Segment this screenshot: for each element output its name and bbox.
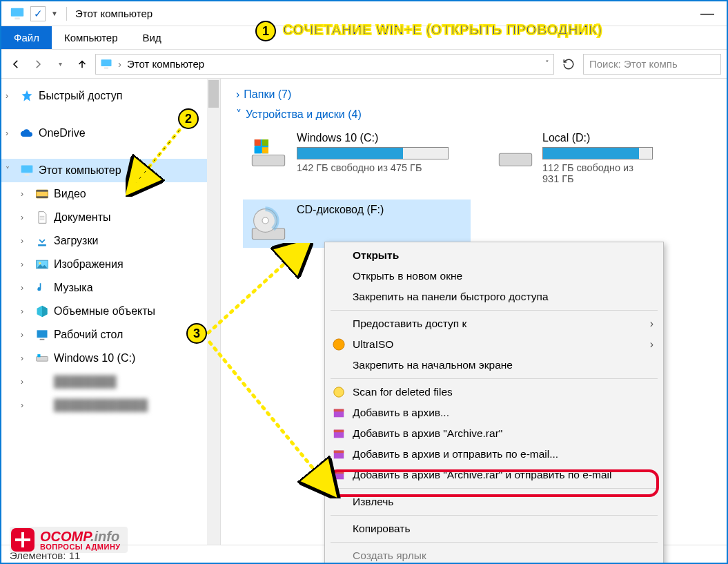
svg-rect-3 [104, 67, 108, 68]
ctx-copy[interactable]: Копировать [325, 518, 663, 539]
chevron-right-icon[interactable]: › [21, 189, 30, 199]
ctx-add-rar-email[interactable]: Добавить в архив "Archive.rar" и отправи… [325, 465, 663, 485]
explorer-window: ✓ ▼ Этот компьютер — Файл Компьютер Вид … [0, 0, 728, 564]
music-icon [35, 280, 50, 295]
navigation-bar: ▾ › Этот компьютер ˅ Поиск: Этот компь [1, 50, 727, 79]
sidebar-3d-objects[interactable]: › Объемные объекты [1, 300, 220, 323]
sidebar-label: Загрузки [54, 235, 98, 247]
ctx-add-archive-rar[interactable]: Добавить в архив "Archive.rar" [325, 423, 663, 444]
capacity-bar [297, 147, 449, 159]
drive-icon [35, 351, 50, 366]
qat-properties-icon[interactable]: ✓ [30, 6, 46, 21]
chevron-right-icon[interactable]: › [21, 330, 30, 340]
svg-rect-9 [38, 244, 46, 246]
sidebar-documents[interactable]: › Документы [1, 206, 220, 229]
ctx-create-shortcut[interactable]: Создать ярлык [325, 545, 663, 564]
ctx-pin-quick[interactable]: Закрепить на панели быстрого доступа [325, 286, 663, 307]
chevron-right-icon[interactable]: › [21, 307, 30, 316]
svg-rect-18 [255, 139, 261, 146]
sidebar-label: Музыка [54, 282, 93, 294]
annotation-badge-1: 1 [255, 21, 276, 41]
drive-d[interactable]: Local (D:) 112 ГБ свободно из 931 ГБ [491, 128, 650, 188]
qat-dropdown-icon[interactable]: ▼ [51, 10, 58, 17]
chevron-right-icon[interactable]: › [6, 91, 15, 101]
ctx-add-archive[interactable]: Добавить в архив... [325, 402, 663, 423]
sidebar-hidden-1[interactable]: ›████████ [1, 370, 220, 393]
recent-dropdown[interactable]: ▾ [51, 55, 69, 73]
svg-rect-15 [37, 354, 40, 357]
breadcrumb-bar[interactable]: › Этот компьютер ˅ [95, 54, 554, 75]
drive-name: Windows 10 (C:) [297, 132, 449, 144]
ctx-add-email[interactable]: Добавить в архив и отправить по e-mail..… [325, 444, 663, 465]
chevron-right-icon[interactable]: › [21, 260, 30, 269]
ctx-share[interactable]: Предоставить доступ к› [325, 313, 663, 334]
refresh-button[interactable] [558, 54, 579, 75]
annotation-badge-3: 3 [186, 323, 207, 344]
cd-drive-icon [248, 204, 288, 244]
breadcrumb-dropdown-icon[interactable]: ˅ [545, 59, 549, 68]
drive-name: CD-дисковод (F:) [297, 204, 384, 216]
back-button[interactable] [7, 55, 25, 73]
chevron-right-icon[interactable]: › [21, 236, 30, 246]
search-input[interactable]: Поиск: Этот компь [583, 54, 721, 75]
sidebar-music[interactable]: › Музыка [1, 276, 220, 300]
tab-file[interactable]: Файл [1, 26, 52, 49]
sidebar-label: Быстрый доступ [39, 90, 123, 102]
divider [66, 7, 67, 21]
sidebar-label: Этот компьютер [39, 164, 121, 177]
chevron-right-icon[interactable]: › [6, 128, 15, 138]
drive-name: Local (D:) [542, 132, 653, 144]
annotation-arrow-3a [203, 243, 313, 347]
sidebar-drive-c[interactable]: › Windows 10 (C:) [1, 347, 220, 370]
group-folders[interactable]: › Папки (7) [236, 88, 718, 101]
group-devices[interactable]: ˅ Устройства и диски (4) [236, 108, 718, 121]
chevron-right-icon: › [650, 338, 653, 351]
chevron-right-icon[interactable]: › [21, 353, 30, 363]
context-menu: Открыть Открыть в новом окне Закрепить н… [324, 242, 664, 564]
tab-computer[interactable]: Компьютер [52, 26, 130, 49]
watermark-logo: OCOMP.info ВОПРОСЫ АДМИНУ [10, 527, 128, 553]
ctx-scan-deleted[interactable]: Scan for deleted files [325, 382, 663, 402]
window-title: Этот компьютер [75, 8, 153, 19]
annotation-text-1: СОЧЕТАНИЕ WIN+E (ОТКРЫТЬ ПРОВОДНИК) [283, 22, 602, 38]
drive-c[interactable]: Windows 10 (C:) 142 ГБ свободно из 475 Г… [243, 128, 471, 188]
sidebar-label: Документы [54, 211, 110, 224]
up-button[interactable] [73, 55, 91, 73]
tab-view[interactable]: Вид [130, 26, 174, 49]
document-icon [35, 210, 50, 225]
chevron-right-icon[interactable]: › [21, 283, 30, 293]
ctx-eject[interactable]: Извлечь [325, 492, 663, 512]
minimize-button[interactable]: — [692, 6, 722, 21]
sidebar-downloads[interactable]: › Загрузки [1, 229, 220, 253]
picture-icon [35, 257, 50, 272]
annotation-arrow-2 [126, 117, 201, 197]
sidebar-label: Объемные объекты [54, 305, 155, 318]
ctx-open[interactable]: Открыть [325, 245, 663, 266]
drive-f[interactable]: CD-дисковод (F:) [243, 200, 471, 248]
drive-icon [248, 132, 288, 172]
chevron-right-icon: › [118, 58, 121, 70]
svg-rect-0 [11, 8, 23, 16]
breadcrumb-root[interactable]: Этот компьютер [127, 58, 204, 70]
chevron-down-icon[interactable]: ˅ [6, 166, 15, 175]
sidebar-quick-access[interactable]: › Быстрый доступ [1, 84, 220, 108]
svg-point-25 [262, 217, 268, 224]
ctx-open-new[interactable]: Открыть в новом окне [325, 266, 663, 286]
svg-point-11 [39, 262, 41, 264]
svg-rect-14 [37, 357, 48, 362]
ctx-pin-start[interactable]: Закрепить на начальном экране [325, 355, 663, 376]
sidebar-label: Видео [54, 188, 86, 200]
chevron-right-icon: › [236, 88, 239, 101]
download-icon [35, 233, 50, 249]
svg-rect-12 [37, 330, 48, 338]
sidebar-pictures[interactable]: › Изображения [1, 253, 220, 276]
svg-rect-4 [21, 166, 33, 173]
sidebar-hidden-2[interactable]: ›████████████ [1, 393, 220, 417]
ctx-ultraiso[interactable]: UltraISO› [325, 334, 663, 355]
sidebar-label: Рабочий стол [54, 329, 123, 341]
chevron-right-icon[interactable]: › [21, 213, 30, 222]
search-placeholder: Поиск: Этот компь [589, 58, 678, 70]
drive-sub: 142 ГБ свободно из 475 ГБ [297, 162, 449, 173]
forward-button[interactable] [29, 55, 47, 73]
svg-rect-5 [25, 174, 30, 176]
